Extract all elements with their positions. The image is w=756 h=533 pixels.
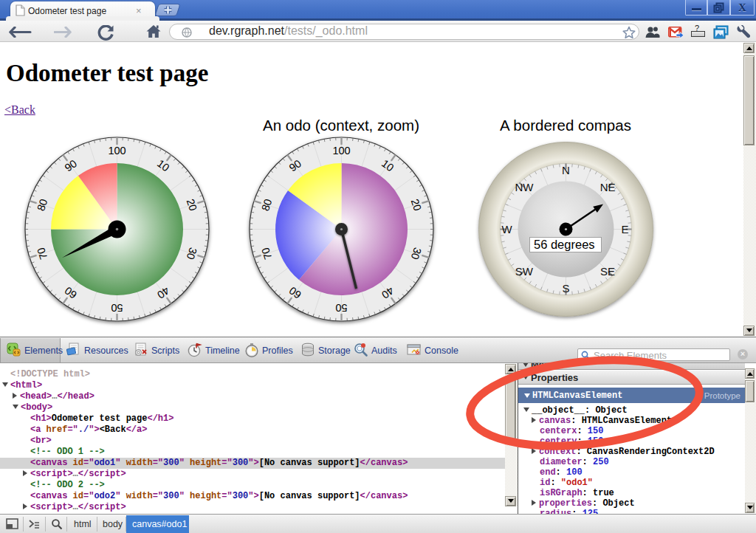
svg-text:NE: NE (600, 181, 616, 193)
svg-text:100: 100 (332, 145, 350, 157)
svg-text:W: W (501, 223, 512, 235)
svg-text:SW: SW (515, 265, 534, 278)
svg-text:50: 50 (335, 302, 347, 314)
svg-text:100: 100 (108, 145, 126, 157)
svg-text:NW: NW (515, 181, 534, 193)
svg-text:S: S (562, 282, 569, 295)
svg-text:56 degrees: 56 degrees (534, 238, 595, 251)
svg-text:50: 50 (111, 302, 123, 314)
svg-text:E: E (621, 223, 628, 235)
svg-text:N: N (562, 164, 570, 176)
svg-text:SE: SE (600, 265, 615, 278)
